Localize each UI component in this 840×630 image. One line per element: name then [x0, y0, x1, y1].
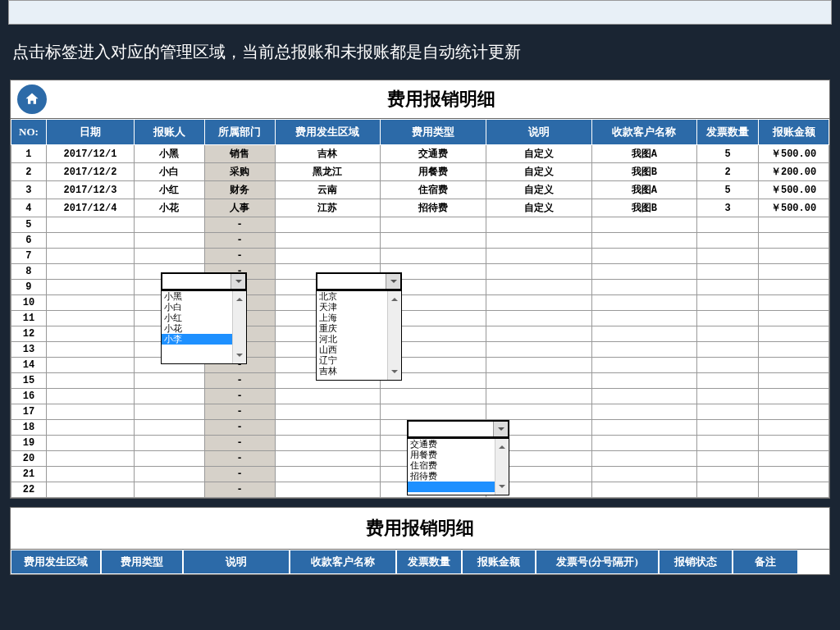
cell[interactable] [381, 217, 486, 233]
home-button[interactable] [17, 84, 47, 114]
cell-date[interactable]: 2017/12/2 [46, 163, 134, 181]
cell[interactable]: 14 [11, 358, 47, 373]
cell[interactable] [759, 373, 829, 389]
cell[interactable]: 19 [11, 436, 47, 451]
cell[interactable] [275, 233, 381, 249]
cell-desc[interactable]: 自定义 [486, 199, 591, 217]
bottom-header[interactable]: 备注 [733, 550, 798, 574]
cell[interactable] [591, 373, 697, 389]
header-desc[interactable]: 说明 [486, 120, 591, 145]
cell[interactable] [275, 249, 381, 264]
cell[interactable] [46, 249, 134, 264]
cell[interactable] [381, 389, 486, 404]
table-row[interactable]: 16- [11, 389, 829, 404]
dropdown-option[interactable]: 交通费 [408, 439, 509, 450]
table-row[interactable]: 8- [11, 264, 829, 280]
cell-desc[interactable]: 自定义 [486, 145, 591, 163]
cell[interactable] [381, 404, 486, 420]
cell[interactable] [275, 482, 381, 498]
cell[interactable] [591, 358, 697, 373]
table-row[interactable]: 15- [11, 373, 829, 389]
cell[interactable] [486, 249, 591, 264]
cell[interactable] [275, 217, 381, 233]
cell[interactable] [759, 342, 829, 358]
bottom-header[interactable]: 报账金额 [462, 550, 536, 574]
cell-no[interactable]: 3 [11, 181, 47, 199]
dropdown-type-input[interactable] [409, 422, 493, 436]
cell[interactable] [697, 280, 759, 295]
cell[interactable]: 7 [11, 249, 47, 264]
cell-amt[interactable]: ￥500.00 [759, 181, 829, 199]
cell[interactable] [275, 420, 381, 436]
cell[interactable] [135, 436, 205, 451]
cell[interactable] [46, 217, 134, 233]
cell-date[interactable]: 2017/12/4 [46, 199, 134, 217]
cell[interactable]: - [204, 389, 275, 404]
cell-type[interactable]: 交通费 [381, 145, 486, 163]
cell[interactable]: 16 [11, 389, 47, 404]
cell[interactable] [697, 436, 759, 451]
cell[interactable] [759, 404, 829, 420]
cell[interactable] [135, 404, 205, 420]
cell[interactable]: - [204, 420, 275, 436]
cell[interactable] [486, 295, 591, 311]
cell[interactable] [486, 404, 591, 420]
cell-qty[interactable]: 2 [697, 163, 759, 181]
table-row[interactable]: 9- [11, 280, 829, 295]
cell-person[interactable]: 小黑 [135, 145, 205, 163]
cell[interactable]: 5 [11, 217, 47, 233]
cell[interactable]: 21 [11, 467, 47, 482]
cell-desc[interactable]: 自定义 [486, 181, 591, 199]
cell[interactable]: - [204, 436, 275, 451]
cell[interactable]: 13 [11, 342, 47, 358]
cell[interactable] [46, 264, 134, 280]
cell[interactable]: 15 [11, 373, 47, 389]
cell-type[interactable]: 用餐费 [381, 163, 486, 181]
scrollbar[interactable] [232, 291, 246, 363]
table-row[interactable]: 14- [11, 358, 829, 373]
cell[interactable] [697, 264, 759, 280]
cell[interactable] [591, 326, 697, 342]
cell[interactable] [591, 482, 697, 498]
dropdown-person-list[interactable]: 小黑小白小红小花小李 [161, 290, 247, 364]
cell[interactable] [275, 389, 381, 404]
cell[interactable] [759, 420, 829, 436]
cell[interactable] [135, 389, 205, 404]
cell-client[interactable]: 我图B [591, 163, 697, 181]
cell-person[interactable]: 小红 [135, 181, 205, 199]
cell[interactable] [591, 295, 697, 311]
cell[interactable]: - [204, 404, 275, 420]
dropdown-region[interactable]: 北京天津上海重庆河北山西辽宁吉林 [316, 272, 402, 381]
header-dept[interactable]: 所属部门 [204, 120, 275, 145]
cell[interactable] [759, 311, 829, 326]
header-region[interactable]: 费用发生区域 [275, 120, 381, 145]
cell-region[interactable]: 云南 [275, 181, 381, 199]
cell[interactable] [697, 482, 759, 498]
cell[interactable]: 8 [11, 264, 47, 280]
cell[interactable] [697, 249, 759, 264]
bottom-header[interactable]: 费用发生区域 [11, 550, 101, 574]
cell-type[interactable]: 招待费 [381, 199, 486, 217]
cell[interactable] [697, 342, 759, 358]
cell[interactable]: 18 [11, 420, 47, 436]
cell[interactable] [486, 326, 591, 342]
cell[interactable] [697, 358, 759, 373]
table-row[interactable]: 42017/12/4小花人事江苏招待费自定义我图B3￥500.00 [11, 199, 829, 217]
cell[interactable]: 9 [11, 280, 47, 295]
cell[interactable] [759, 280, 829, 295]
dropdown-region-list[interactable]: 北京天津上海重庆河北山西辽宁吉林 [316, 290, 402, 381]
cell[interactable] [697, 233, 759, 249]
cell[interactable] [486, 342, 591, 358]
header-date[interactable]: 日期 [46, 120, 134, 145]
cell[interactable] [381, 233, 486, 249]
cell-person[interactable]: 小花 [135, 199, 205, 217]
table-row[interactable]: 12017/12/1小黑销售吉林交通费自定义我图A5￥500.00 [11, 145, 829, 163]
cell[interactable] [591, 217, 697, 233]
cell[interactable] [591, 311, 697, 326]
table-row[interactable]: 12- [11, 326, 829, 342]
table-row[interactable]: 7- [11, 249, 829, 264]
header-type[interactable]: 费用类型 [381, 120, 486, 145]
table-row[interactable]: 10- [11, 295, 829, 311]
cell[interactable] [759, 389, 829, 404]
cell[interactable] [486, 233, 591, 249]
